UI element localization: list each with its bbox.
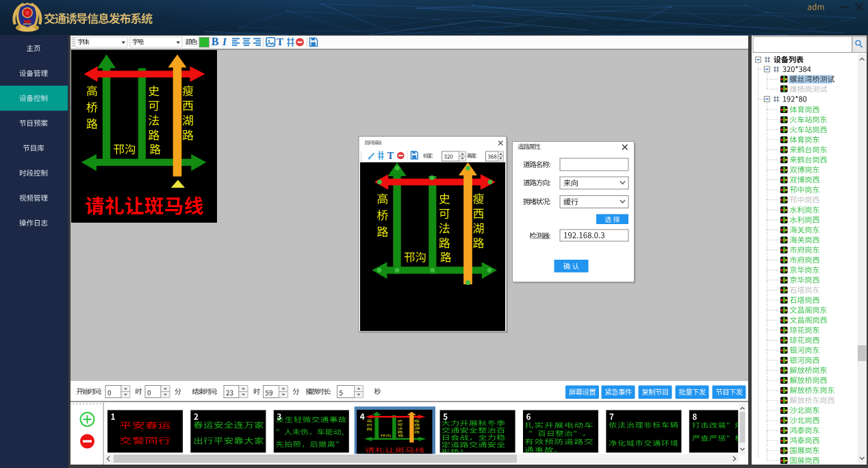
svg-text:T: T — [277, 36, 283, 47]
svg-text:B: B — [212, 36, 219, 47]
svg-text:I: I — [222, 36, 227, 47]
svg-text:T: T — [387, 151, 394, 161]
